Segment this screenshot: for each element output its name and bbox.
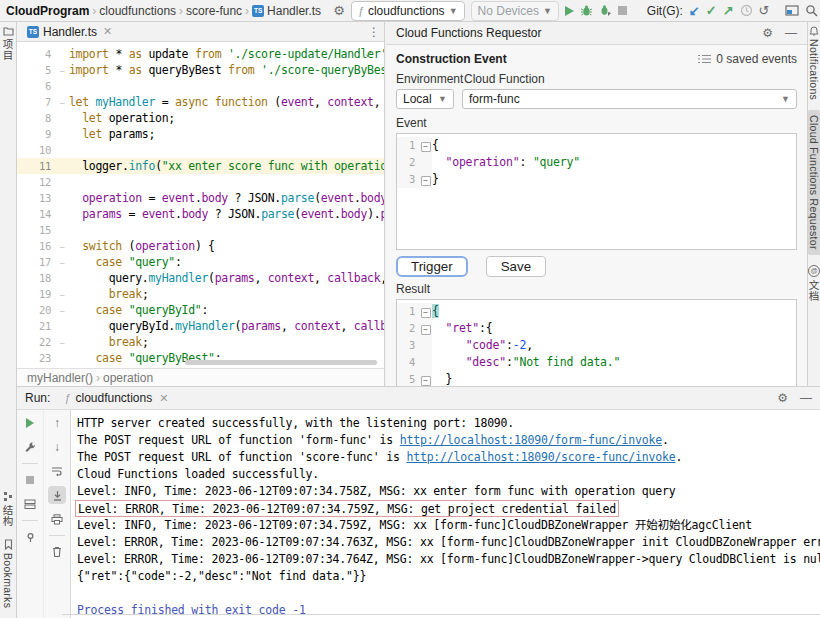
run-config-icon: ƒ <box>358 5 364 17</box>
tool-strip-notifications[interactable]: Notifications <box>808 26 820 100</box>
tool-window-icon[interactable] <box>785 2 799 20</box>
result-label: Result <box>396 282 797 296</box>
debug-button[interactable] <box>580 2 593 20</box>
edit-configuration-button[interactable] <box>21 438 39 456</box>
run-config-label: cloudfunctions <box>368 4 445 18</box>
run-label: Run: <box>25 391 50 405</box>
close-tab-icon[interactable]: ✕ <box>103 25 112 38</box>
structure-strip-label: 结构 <box>1 505 16 527</box>
run-panel-body: ↑ ↓ HTTP server created successfully, wi… <box>17 410 820 618</box>
git-update-icon[interactable]: ↙ <box>689 2 700 20</box>
trash-icon <box>52 546 62 558</box>
selectors-row: Local ▼ form-func ▼ <box>396 89 797 109</box>
run-settings-gear-icon[interactable]: ⚙ <box>777 391 788 405</box>
tool-strip-docs[interactable]: @ 文档 <box>807 265 820 302</box>
stop-button[interactable] <box>618 2 627 20</box>
run-tab-title: cloudfunctions <box>75 391 152 405</box>
tool-strip-bookmarks[interactable]: Bookmarks <box>2 539 14 608</box>
tab-handler-ts[interactable]: TS Handler.ts ✕ <box>21 22 118 41</box>
close-run-tab-icon[interactable]: ✕ <box>159 392 168 405</box>
saved-events[interactable]: 0 saved events <box>698 52 797 66</box>
tool-window-icon <box>785 4 799 17</box>
trigger-button[interactable]: Trigger <box>396 256 468 277</box>
editor-breadcrumb-bar[interactable]: myHandler()›operation <box>17 368 384 386</box>
pin-icon <box>25 532 36 543</box>
rerun-button[interactable] <box>21 414 39 432</box>
event-json-editor[interactable]: 1−{2 "operation": "query"3−} <box>396 133 797 250</box>
device-selector-label: No Devices <box>478 4 539 18</box>
save-button[interactable]: Save <box>486 256 546 277</box>
requestor-minimize-icon[interactable]: — <box>785 26 797 40</box>
right-tool-strip: Notifications Cloud Functions Requestor … <box>807 22 820 386</box>
bookmarks-strip-label: Bookmarks <box>2 553 14 608</box>
breadcrumb[interactable]: CloudProgram›cloudfunctions›score-func›T… <box>6 4 321 18</box>
scroll-to-end-button[interactable] <box>48 486 66 504</box>
search-icon <box>805 4 818 17</box>
folder-icon <box>3 26 14 36</box>
wrench-icon <box>24 441 36 453</box>
editor-horizontal-scrollbar[interactable] <box>185 360 377 365</box>
pin-tab-button[interactable] <box>21 528 39 546</box>
scroll-to-end-icon <box>52 490 63 501</box>
cloud-function-label: Cloud Function <box>464 72 545 86</box>
console-horizontal-scrollbar[interactable] <box>62 614 820 615</box>
stop-process-button[interactable] <box>21 471 39 489</box>
environment-label: Environment <box>396 72 464 86</box>
editor-area: TS Handler.ts ✕ ⋮ 4import * as update fr… <box>17 22 385 386</box>
editor-options-kebab-icon[interactable]: ⋮ <box>368 25 380 39</box>
requestor-strip-label: Cloud Functions Requestor <box>808 115 820 250</box>
project-strip-label: 项目 <box>1 39 16 61</box>
bell-icon <box>809 26 819 36</box>
clear-all-button[interactable] <box>48 543 66 561</box>
bookmark-icon <box>4 539 13 550</box>
device-selector[interactable]: No Devices ▼ <box>471 1 559 21</box>
clock-icon <box>740 4 753 17</box>
console-output[interactable]: HTTP server created successfully, with t… <box>71 410 820 618</box>
chevron-down-icon: ▼ <box>781 94 790 104</box>
requestor-settings-gear-icon[interactable]: ⚙ <box>762 26 773 40</box>
typescript-file-icon: TS <box>27 26 39 38</box>
down-stack-trace-button[interactable]: ↓ <box>48 438 66 456</box>
chevron-down-icon: ▼ <box>449 6 458 16</box>
git-branch-label: Git(G): <box>647 4 683 18</box>
tool-strip-structure[interactable]: 结构 <box>1 491 16 527</box>
construction-event-row: Construction Event 0 saved events <box>396 52 797 66</box>
left-tool-strip: 项目 结构 Bookmarks <box>0 22 17 618</box>
run-minimize-icon[interactable]: — <box>800 391 812 405</box>
run-toolbar-secondary: ↑ ↓ <box>44 410 71 618</box>
notifications-strip-label: Notifications <box>808 39 820 100</box>
soft-wrap-icon <box>51 466 63 476</box>
rollback-icon[interactable]: ↺ <box>759 2 770 20</box>
printer-icon <box>51 514 63 525</box>
git-push-icon[interactable]: ↗ <box>723 2 734 20</box>
git-commit-icon[interactable]: ✓ <box>706 2 717 20</box>
run-toolbar-primary <box>17 410 44 618</box>
soft-wrap-button[interactable] <box>48 462 66 480</box>
attach-debugger-button[interactable] <box>599 2 612 20</box>
chevron-down-icon: ▼ <box>438 94 447 104</box>
run-tab-cloudfunctions[interactable]: ƒ cloudfunctions ✕ <box>58 387 174 409</box>
run-config-gear-icon[interactable]: ⚙ <box>333 2 345 20</box>
list-icon <box>698 54 711 64</box>
layout-icon <box>24 498 36 510</box>
up-stack-trace-button[interactable]: ↑ <box>48 414 66 432</box>
restore-layout-button[interactable] <box>21 495 39 513</box>
typescript-file-icon: TS <box>252 5 264 17</box>
code-editor[interactable]: 4import * as update from './score-update… <box>17 42 384 368</box>
inspections-ok-icon[interactable]: ✓ <box>365 48 374 61</box>
cloud-function-select[interactable]: form-func ▼ <box>462 89 797 109</box>
cloud-functions-requestor-panel: Cloud Functions Requestor ⚙ — Constructi… <box>386 22 807 386</box>
requestor-title: Cloud Functions Requestor <box>396 26 541 40</box>
bug-icon <box>580 4 593 17</box>
tool-strip-project[interactable]: 项目 <box>1 26 16 61</box>
run-config-selector[interactable]: ƒ cloudfunctions ▼ <box>351 1 465 21</box>
history-icon[interactable] <box>740 2 753 20</box>
run-panel-header: Run: ƒ cloudfunctions ✕ ⚙ — <box>17 387 820 410</box>
editor-tab-bar: TS Handler.ts ✕ ⋮ <box>17 22 384 42</box>
tool-strip-cloud-functions-requestor[interactable]: Cloud Functions Requestor <box>808 110 820 255</box>
run-button[interactable] <box>565 2 574 20</box>
print-button[interactable] <box>48 510 66 528</box>
search-everywhere-icon[interactable] <box>805 2 818 20</box>
selector-labels-row: Environment Cloud Function <box>396 72 797 86</box>
environment-select[interactable]: Local ▼ <box>396 89 454 109</box>
